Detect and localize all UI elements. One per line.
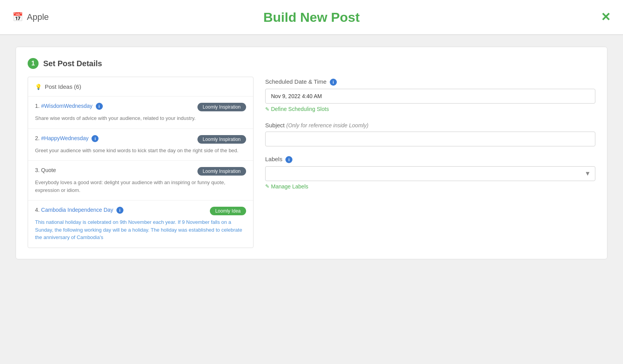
page-title: Build New Post: [263, 10, 359, 25]
subject-field-group: Subject (Only for reference inside Looml…: [265, 122, 595, 146]
labels-info-icon[interactable]: i: [285, 156, 292, 163]
idea-item-2[interactable]: 2. #HappyWednesday i Loomly Inspiration …: [28, 129, 253, 161]
bulb-icon: 💡: [35, 84, 42, 90]
define-scheduling-slots-link[interactable]: ✎ Define Scheduling Slots: [265, 106, 329, 112]
calendar-icon: 📅: [12, 12, 23, 22]
date-input[interactable]: [265, 89, 595, 104]
idea-title-3: 3. Quote: [35, 167, 56, 173]
brand-name: Apple: [27, 12, 49, 22]
subject-label: Subject (Only for reference inside Looml…: [265, 122, 595, 128]
manage-pencil-icon: ✎: [265, 183, 269, 189]
badge-4: Loomly Idea: [210, 207, 246, 215]
labels-field-group: Labels i ▼ ✎ Manage Labels: [265, 156, 595, 190]
pencil-icon: ✎: [265, 106, 269, 112]
labels-select[interactable]: [265, 166, 595, 181]
post-ideas-scroll[interactable]: 💡 Post Ideas (6) 1. #WisdomWednesday i L…: [28, 77, 253, 248]
header: 📅 Apple Build New Post ✕: [0, 0, 623, 35]
date-field-group: Scheduled Date & Time i ✎ Define Schedul…: [265, 78, 595, 113]
info-icon-1[interactable]: i: [96, 103, 103, 110]
date-info-icon[interactable]: i: [330, 79, 337, 86]
post-ideas-panel: 💡 Post Ideas (6) 1. #WisdomWednesday i L…: [28, 77, 253, 248]
close-button[interactable]: ✕: [601, 11, 611, 23]
section-title: Set Post Details: [43, 59, 102, 68]
info-icon-4[interactable]: i: [116, 207, 123, 214]
badge-1: Loomly Inspiration: [197, 103, 246, 111]
idea-title-4: 4. Cambodia Independence Day i: [35, 207, 123, 214]
idea-item-3[interactable]: 3. Quote Loomly Inspiration Everybody lo…: [28, 161, 253, 200]
post-ideas-label: Post Ideas (6): [45, 83, 81, 90]
set-post-details-card: 1 Set Post Details 💡 Post Ideas (6): [16, 47, 607, 259]
idea-row-4: 4. Cambodia Independence Day i Loomly Id…: [35, 207, 246, 215]
idea-desc-1: Share wise words of advice with your aud…: [35, 114, 246, 122]
date-label: Scheduled Date & Time i: [265, 78, 595, 86]
idea-row-1: 1. #WisdomWednesday i Loomly Inspiration: [35, 103, 246, 111]
info-icon-2[interactable]: i: [92, 135, 99, 142]
step-badge: 1: [28, 58, 39, 69]
idea-item-1[interactable]: 1. #WisdomWednesday i Loomly Inspiration…: [28, 97, 253, 129]
main-content: 1 Set Post Details 💡 Post Ideas (6): [0, 35, 623, 271]
manage-labels-link[interactable]: ✎ Manage Labels: [265, 183, 308, 190]
badge-2: Loomly Inspiration: [197, 135, 246, 144]
idea-desc-4: This national holiday is celebrated on 9…: [35, 218, 246, 241]
labels-label: Labels i: [265, 156, 595, 163]
right-panel: Scheduled Date & Time i ✎ Define Schedul…: [265, 77, 595, 199]
section-header: 1 Set Post Details: [28, 58, 595, 69]
idea-title-2: 2. #HappyWednesday i: [35, 135, 99, 142]
idea-row-2: 2. #HappyWednesday i Loomly Inspiration: [35, 135, 246, 144]
idea-desc-2: Greet your audience with some kind words…: [35, 147, 246, 155]
idea-row-3: 3. Quote Loomly Inspiration: [35, 167, 246, 176]
badge-3: Loomly Inspiration: [197, 167, 246, 176]
idea-item-4[interactable]: 4. Cambodia Independence Day i Loomly Id…: [28, 200, 253, 248]
idea-desc-3: Everybody loves a good word: delight you…: [35, 179, 246, 194]
subject-input[interactable]: [265, 132, 595, 146]
labels-select-wrapper: ▼: [265, 166, 595, 181]
post-ideas-header: 💡 Post Ideas (6): [28, 77, 253, 97]
idea-title-1: 1. #WisdomWednesday i: [35, 103, 103, 110]
brand-section: 📅 Apple: [12, 12, 49, 22]
two-col-layout: 💡 Post Ideas (6) 1. #WisdomWednesday i L…: [28, 77, 595, 248]
